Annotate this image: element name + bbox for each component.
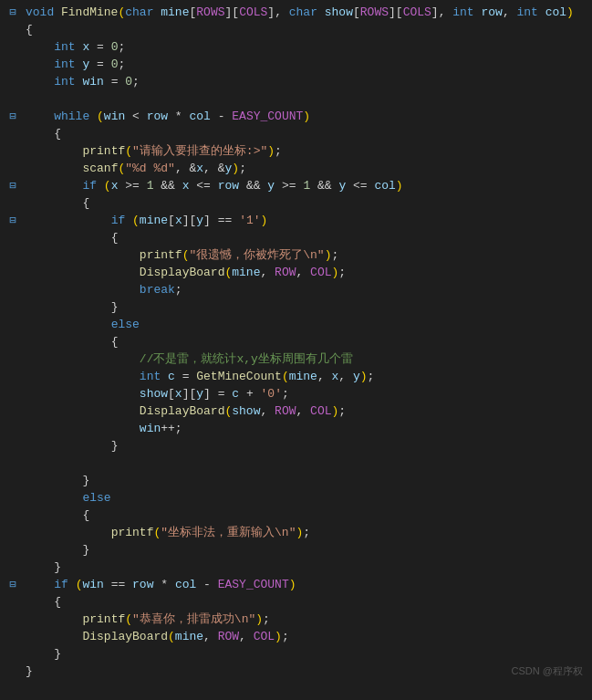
token-plain: { — [111, 335, 119, 349]
code-text: int x = 0; — [22, 38, 588, 56]
code-line: } — [0, 437, 592, 454]
fold-gutter — [4, 73, 22, 75]
fold-gutter[interactable]: ⊟ — [4, 212, 22, 227]
code-text: printf("很遗憾，你被炸死了\n"); — [22, 246, 588, 264]
code-line: { — [0, 194, 592, 212]
fold-gutter — [4, 90, 22, 92]
fold-gutter — [4, 298, 22, 300]
token-param: x — [196, 162, 203, 175]
fold-gutter — [4, 194, 22, 196]
code-text: //不是雷，就统计x,y坐标周围有几个雷 — [22, 350, 588, 368]
fold-gutter — [4, 489, 22, 491]
token-plain: { — [26, 23, 33, 37]
fold-gutter — [4, 645, 22, 647]
token-plain: ; — [263, 612, 270, 626]
token-plain: ; — [239, 162, 246, 175]
code-text: if (x >= 1 && x <= row && y >= 1 && y <=… — [22, 177, 588, 194]
fold-gutter — [4, 21, 22, 23]
code-line: ⊟ if (x >= 1 && x <= row && y >= 1 && y … — [0, 177, 592, 194]
token-kw: int — [54, 40, 82, 54]
token-kw: if — [111, 214, 132, 227]
token-param: row — [132, 578, 153, 591]
code-line: { — [0, 125, 592, 142]
token-param: c — [232, 387, 239, 401]
fold-gutter[interactable]: ⊟ — [4, 108, 22, 123]
token-param: col — [189, 110, 210, 123]
token-fn: scanf — [82, 162, 118, 175]
token-param: mine — [232, 266, 260, 279]
code-text: void FindMine(char mine[ROWS][COLS], cha… — [22, 4, 588, 21]
token-plain: ; — [303, 526, 310, 539]
fold-gutter[interactable]: ⊟ — [4, 576, 22, 591]
code-line: } — [0, 559, 592, 576]
token-plain: >= — [275, 179, 303, 193]
token-str: %d %d" — [132, 162, 175, 175]
code-text: int win = 0; — [22, 73, 588, 90]
code-line: { — [0, 507, 592, 524]
token-plain: = — [89, 57, 110, 71]
fold-gutter[interactable]: ⊟ — [4, 4, 22, 19]
code-line: DisplayBoard(show, ROW, COL); — [0, 402, 592, 420]
token-bracket-yellow: ) — [360, 370, 368, 383]
fold-gutter — [4, 541, 22, 543]
token-param: show — [325, 5, 353, 19]
code-text: } — [22, 663, 588, 680]
token-param: win — [82, 75, 103, 89]
token-bracket-yellow: ) — [289, 578, 296, 591]
token-fn: printf — [111, 526, 154, 539]
token-param: y — [353, 370, 360, 383]
token-fn: DisplayBoard — [140, 404, 225, 418]
token-param: win — [82, 578, 103, 591]
token-macro: COL — [254, 630, 275, 643]
code-text: printf("请输入要排查的坐标:>"); — [22, 142, 588, 160]
token-kw: void — [26, 5, 61, 19]
token-plain: ][ — [182, 387, 197, 401]
token-bracket-yellow: ) — [275, 630, 282, 643]
token-macro: COL — [310, 266, 331, 279]
token-plain: = — [175, 370, 196, 383]
code-line: break; — [0, 281, 592, 298]
code-line: } — [0, 541, 592, 559]
code-line: int c = GetMineCount(mine, x, y); — [0, 368, 592, 385]
token-plain: >= — [118, 179, 146, 193]
token-kw: int — [452, 5, 481, 19]
token-plain: && — [310, 179, 338, 193]
code-line: printf("很遗憾，你被炸死了\n"); — [0, 246, 592, 264]
token-kw: if — [54, 578, 75, 591]
token-plain: , & — [175, 162, 196, 175]
code-text: { — [22, 593, 588, 611]
code-text: } — [22, 541, 588, 559]
code-text: win++; — [22, 420, 588, 437]
token-kw: char — [289, 5, 325, 19]
code-text: int y = 0; — [22, 56, 588, 73]
token-str: "很遗憾，你被炸死了\n" — [189, 248, 324, 262]
token-fn: DisplayBoard — [140, 266, 225, 279]
token-char: '1' — [239, 214, 260, 227]
token-param: row — [481, 5, 502, 19]
token-macro: ROW — [275, 266, 296, 279]
token-macro: EASY_COUNT — [232, 110, 303, 123]
token-plain: , — [239, 630, 254, 643]
token-plain: } — [82, 543, 89, 557]
token-plain: = — [89, 40, 110, 54]
token-macro: ROW — [218, 630, 239, 643]
code-text: { — [22, 229, 588, 246]
code-text: int c = GetMineCount(mine, x, y); — [22, 368, 588, 385]
token-plain: ; — [338, 266, 346, 279]
token-fn: printf — [82, 144, 125, 158]
token-plain: ][ — [389, 5, 403, 19]
token-plain: ; — [331, 248, 338, 262]
token-plain: ; — [368, 370, 375, 383]
code-line: else — [0, 489, 592, 507]
token-plain: } — [111, 300, 119, 314]
token-plain: - — [196, 578, 217, 591]
code-line: win++; — [0, 420, 592, 437]
code-editor: ⊟void FindMine(char mine[ROWS][COLS], ch… — [0, 0, 592, 684]
code-line: printf("请输入要排查的坐标:>"); — [0, 142, 592, 160]
token-param: x — [175, 387, 182, 401]
code-line: } — [0, 298, 592, 316]
code-text: { — [22, 125, 588, 142]
fold-gutter[interactable]: ⊟ — [4, 177, 22, 193]
code-line — [0, 454, 592, 472]
token-plain: { — [111, 231, 119, 245]
